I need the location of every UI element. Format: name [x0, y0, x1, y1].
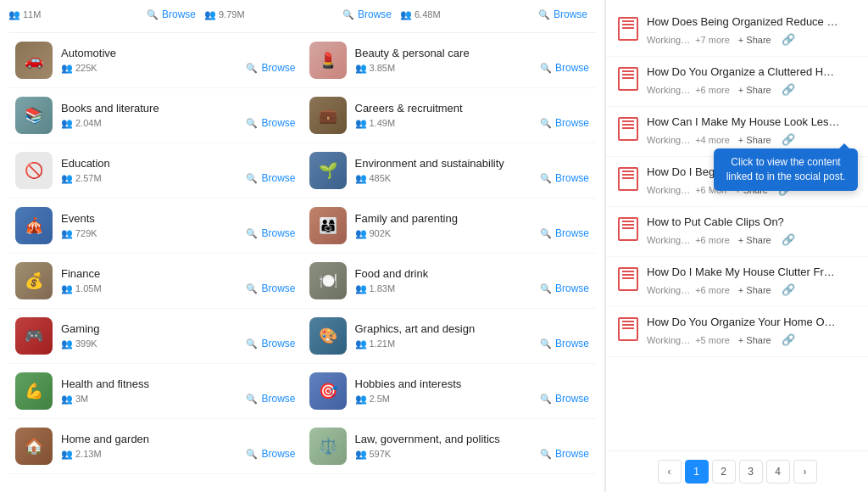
post-content-post1: How Does Being Organized Reduce … Workin…	[647, 15, 858, 48]
category-count-finance: 👥 1.05M	[61, 283, 102, 294]
link-icon-btn-post1[interactable]: 🔗	[780, 31, 797, 48]
post-status-post1: Working…	[647, 35, 690, 45]
browse-btn-3[interactable]: 🔍 Browse	[538, 8, 587, 20]
users-icon-cat-education: 👥	[61, 173, 73, 184]
thumb-img-automotive: 🚗	[15, 42, 53, 79]
browse-btn-graphics[interactable]: 🔍 Browse	[540, 338, 589, 349]
posts-list: How Does Being Organized Reduce … Workin…	[606, 0, 868, 450]
browse-btn-events[interactable]: 🔍 Browse	[246, 227, 295, 239]
browse-btn-automotive[interactable]: 🔍 Browse	[246, 62, 295, 74]
browse-btn-books[interactable]: 🔍 Browse	[246, 117, 295, 129]
stat-value-1: 11M	[23, 9, 41, 20]
thumb-img-beauty: 💄	[309, 42, 347, 79]
search-icon-2: 🔍	[342, 9, 354, 20]
browse-btn-home[interactable]: 🔍 Browse	[246, 448, 295, 460]
category-item-home: 🏠 Home and garden 👥 2.13M 🔍 Browse	[8, 419, 303, 474]
post-item-post6: How Do I Make My House Clutter Fr… Worki…	[606, 257, 868, 307]
doc-icon-post4	[618, 167, 638, 191]
share-btn-post5[interactable]: + Share	[735, 233, 775, 247]
category-item-books: 📚 Books and literature 👥 2.04M 🔍 Browse	[8, 88, 303, 143]
users-icon-cat-health: 👥	[61, 394, 73, 405]
browse-btn-careers[interactable]: 🔍 Browse	[540, 117, 589, 129]
post-icon-post1	[616, 15, 640, 42]
link-icon-btn-post6[interactable]: 🔗	[780, 282, 797, 298]
share-btn-post1[interactable]: + Share	[735, 33, 775, 47]
doc-icon-post3	[618, 117, 638, 141]
post-meta-post3: Working… +4 more + Share 🔗	[647, 131, 858, 148]
post-title-post3: How Can I Make My House Look Les…	[647, 115, 858, 128]
search-icon-cat-environment: 🔍	[540, 173, 552, 184]
post-actions-post7: + Share 🔗	[735, 332, 797, 348]
link-icon-btn-post2[interactable]: 🔗	[780, 81, 797, 98]
thumb-img-graphics: 🎨	[309, 317, 347, 355]
link-icon-btn-post3[interactable]: 🔗	[780, 131, 797, 148]
category-meta-health: 👥 3M 🔍 Browse	[61, 393, 296, 405]
category-item-health: 💪 Health and fitness 👥 3M 🔍 Browse	[8, 364, 303, 419]
category-meta-education: 👥 2.57M 🔍 Browse	[61, 172, 296, 184]
category-thumb-education: 🚫	[15, 152, 53, 189]
doc-icon-post2	[618, 67, 638, 91]
category-thumb-law: ⚖️	[309, 428, 347, 465]
category-info-hobbies: Hobbies and interests 👥 2.5M 🔍 Browse	[355, 377, 590, 405]
post-title-post7: How Do You Organize Your Home O…	[647, 316, 858, 328]
category-item-hobbies: 🎯 Hobbies and interests 👥 2.5M 🔍 Browse	[303, 364, 597, 419]
pagination-page-2[interactable]: 2	[712, 460, 736, 484]
category-count-graphics: 👥 1.21M	[355, 338, 396, 349]
category-info-graphics: Graphics, art and design 👥 1.21M 🔍 Brows…	[355, 322, 590, 349]
thumb-img-hobbies: 🎯	[309, 372, 347, 410]
post-icon-post7	[616, 316, 640, 343]
post-icon-post4	[616, 165, 640, 193]
search-icon-cat-finance: 🔍	[246, 283, 258, 294]
category-info-finance: Finance 👥 1.05M 🔍 Browse	[61, 267, 296, 294]
browse-btn-gaming[interactable]: 🔍 Browse	[246, 338, 295, 349]
thumb-img-gaming: 🎮	[15, 317, 53, 355]
browse-btn-1[interactable]: 🔍 Browse	[147, 8, 196, 20]
users-icon-cat-food: 👥	[355, 283, 367, 294]
post-status-post5: Working…	[647, 235, 690, 245]
share-btn-post7[interactable]: + Share	[735, 333, 775, 347]
users-icon-1: 👥	[8, 9, 20, 20]
browse-btn-education[interactable]: 🔍 Browse	[246, 172, 295, 184]
category-name-hobbies: Hobbies and interests	[355, 377, 590, 390]
browse-btn-law[interactable]: 🔍 Browse	[540, 448, 589, 460]
category-thumb-food: 🍽️	[309, 262, 347, 299]
search-icon-cat-events: 🔍	[246, 228, 258, 239]
share-btn-post6[interactable]: + Share	[735, 283, 775, 297]
users-icon-2: 👥	[204, 9, 216, 20]
browse-btn-environment[interactable]: 🔍 Browse	[540, 172, 589, 184]
post-actions-post3: + Share 🔗	[735, 131, 797, 148]
browse-btn-food[interactable]: 🔍 Browse	[540, 282, 589, 294]
browse-btn-finance[interactable]: 🔍 Browse	[246, 282, 295, 294]
category-count-hobbies: 👥 2.5M	[355, 394, 390, 405]
stat-count-3: 👥 6.48M	[400, 9, 441, 20]
pagination-page-4[interactable]: 4	[766, 460, 790, 484]
share-btn-post2[interactable]: + Share	[735, 83, 775, 97]
category-name-books: Books and literature	[61, 102, 296, 115]
pagination-page-1[interactable]: 1	[685, 460, 709, 484]
pagination-next[interactable]: ›	[793, 460, 817, 484]
share-btn-post3[interactable]: + Share	[735, 133, 775, 147]
link-icon-btn-post7[interactable]: 🔗	[780, 332, 797, 348]
category-count-food: 👥 1.83M	[355, 283, 396, 294]
category-item-careers: 💼 Careers & recruitment 👥 1.49M 🔍 Browse	[303, 88, 597, 143]
users-icon-cat-environment: 👥	[355, 173, 367, 184]
post-status-post6: Working…	[647, 285, 690, 295]
browse-btn-hobbies[interactable]: 🔍 Browse	[540, 393, 589, 405]
link-icon-btn-post5[interactable]: 🔗	[780, 232, 797, 248]
thumb-img-environment: 🌱	[309, 152, 347, 189]
category-meta-graphics: 👥 1.21M 🔍 Browse	[355, 338, 590, 349]
pagination-page-3[interactable]: 3	[739, 460, 763, 484]
stat-item-3: 👥 6.48M 🔍 Browse	[400, 7, 596, 22]
pagination-prev[interactable]: ‹	[658, 460, 682, 484]
category-meta-hobbies: 👥 2.5M 🔍 Browse	[355, 393, 590, 405]
browse-btn-health[interactable]: 🔍 Browse	[246, 393, 295, 405]
browse-btn-beauty[interactable]: 🔍 Browse	[540, 62, 589, 74]
post-actions-post2: + Share 🔗	[735, 81, 797, 98]
browse-btn-2[interactable]: 🔍 Browse	[342, 8, 392, 20]
post-content-post3: How Can I Make My House Look Les… Workin…	[647, 115, 858, 148]
category-count-beauty: 👥 3.85M	[355, 63, 396, 74]
search-icon-cat-graphics: 🔍	[540, 338, 552, 349]
users-icon-cat-beauty: 👥	[355, 63, 367, 74]
browse-btn-family[interactable]: 🔍 Browse	[540, 227, 589, 239]
post-meta-post5: Working… +6 more + Share 🔗	[647, 232, 858, 248]
